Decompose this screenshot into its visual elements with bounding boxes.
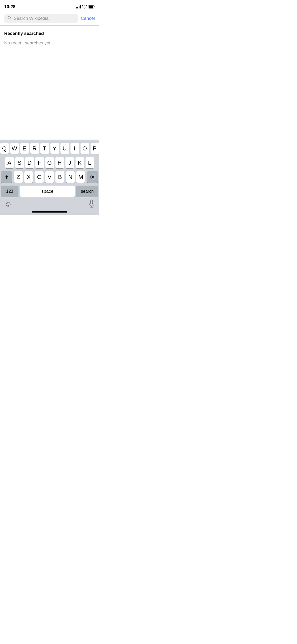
battery-icon	[88, 5, 95, 8]
key-p[interactable]: P	[91, 143, 99, 154]
key-k[interactable]: K	[76, 157, 84, 168]
key-e[interactable]: E	[20, 143, 29, 154]
keyboard-row-1: Q W E R T Y U I O P	[1, 143, 98, 154]
key-a[interactable]: A	[5, 157, 14, 168]
key-m[interactable]: M	[76, 171, 85, 183]
search-input-wrapper[interactable]	[4, 14, 78, 23]
home-indicator	[32, 211, 67, 213]
home-indicator-row	[1, 210, 98, 215]
keyboard-bottom-row: 123 space search	[1, 186, 98, 197]
status-time: 10:28	[4, 4, 15, 10]
cancel-button[interactable]: Cancel	[81, 15, 95, 22]
key-123[interactable]: 123	[1, 186, 18, 197]
signal-icon	[76, 5, 81, 8]
emoji-mic-row: ☺	[1, 197, 98, 210]
key-r[interactable]: R	[30, 143, 39, 154]
key-v[interactable]: V	[45, 171, 54, 183]
key-n[interactable]: N	[66, 171, 75, 183]
no-recent-message: No recent searches yet	[4, 40, 95, 46]
key-i[interactable]: I	[70, 143, 79, 154]
keyboard-row-3: Z X C V B N M	[1, 171, 98, 183]
svg-rect-1	[89, 6, 93, 8]
key-o[interactable]: O	[81, 143, 89, 154]
key-c[interactable]: C	[35, 171, 43, 183]
mic-icon[interactable]	[89, 200, 95, 209]
key-b[interactable]: B	[55, 171, 64, 183]
shift-key[interactable]	[1, 171, 12, 183]
key-z[interactable]: Z	[14, 171, 22, 183]
keyboard-row-2: A S D F G H J K L	[1, 157, 98, 168]
key-x[interactable]: X	[24, 171, 33, 183]
emoji-icon[interactable]: ☺	[4, 200, 12, 208]
status-bar: 10:28	[0, 0, 99, 12]
keyboard: Q W E R T Y U I O P A S D F G H J K L Z …	[0, 140, 99, 215]
search-icon	[7, 16, 12, 21]
svg-line-3	[10, 19, 12, 20]
key-y[interactable]: Y	[50, 143, 59, 154]
key-s[interactable]: S	[15, 157, 24, 168]
status-icons	[76, 5, 95, 8]
key-l[interactable]: L	[86, 157, 94, 168]
wifi-icon	[82, 5, 87, 8]
recently-searched-title: Recently searched	[4, 31, 95, 36]
search-bar-container: Cancel	[0, 12, 99, 25]
key-f[interactable]: F	[35, 157, 44, 168]
key-j[interactable]: J	[65, 157, 74, 168]
key-space[interactable]: space	[20, 186, 75, 197]
key-u[interactable]: U	[60, 143, 69, 154]
key-search[interactable]: search	[76, 186, 98, 197]
svg-rect-6	[91, 200, 93, 204]
key-w[interactable]: W	[10, 143, 19, 154]
recently-searched-section: Recently searched No recent searches yet	[0, 26, 99, 48]
key-q[interactable]: Q	[0, 143, 9, 154]
key-d[interactable]: D	[25, 157, 34, 168]
key-h[interactable]: H	[55, 157, 64, 168]
backspace-key[interactable]	[87, 171, 98, 183]
search-input[interactable]	[14, 16, 75, 21]
key-t[interactable]: T	[40, 143, 49, 154]
key-g[interactable]: G	[45, 157, 54, 168]
